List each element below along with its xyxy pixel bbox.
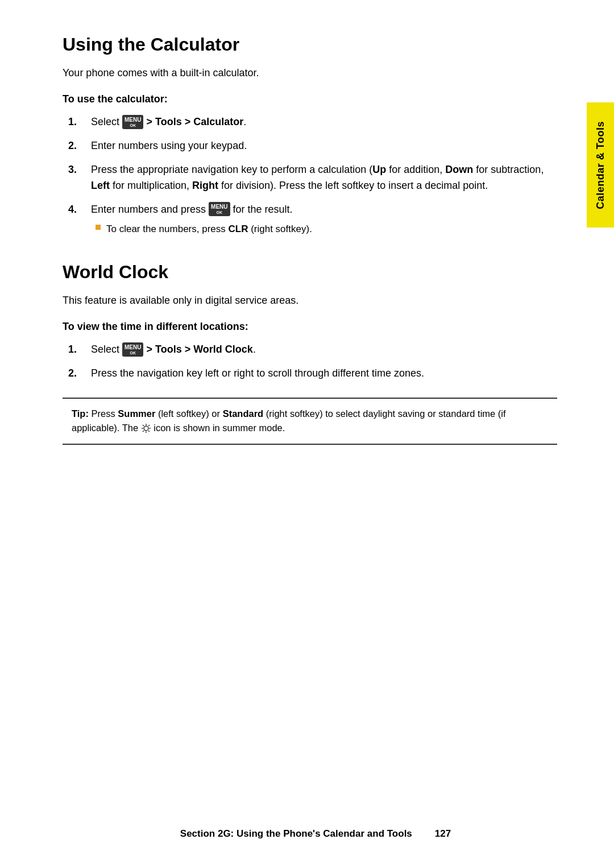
world-clock-steps-list: 1. Select MENUOK > Tools > World Clock. … xyxy=(68,342,557,382)
calculator-intro: Your phone comes with a built-in calcula… xyxy=(63,65,557,81)
main-content: Using the Calculator Your phone comes wi… xyxy=(63,34,557,445)
tip-box: Tip: Press Summer (left softkey) or Stan… xyxy=(63,398,557,445)
calculator-step-2: 2. Enter numbers using your keypad. xyxy=(68,138,557,154)
calculator-step-4: 4. Enter numbers and press MENUOK for th… xyxy=(68,202,557,245)
step-number-4: 4. xyxy=(68,202,89,218)
svg-line-7 xyxy=(148,425,150,426)
world-clock-intro: This feature is available only in digita… xyxy=(63,293,557,308)
calculator-title: Using the Calculator xyxy=(63,34,557,55)
wc-step-number-2: 2. xyxy=(68,366,89,382)
sun-icon xyxy=(141,423,151,433)
wc-step-number-1: 1. xyxy=(68,342,89,358)
step-4-content: Enter numbers and press MENUOK for the r… xyxy=(91,202,557,245)
tip-label: Tip: xyxy=(72,408,89,419)
bullet-item-1: To clear the numbers, press CLR (right s… xyxy=(96,222,557,237)
step-2-content: Enter numbers using your keypad. xyxy=(91,138,557,154)
svg-line-6 xyxy=(148,431,150,432)
menu-icon-1: MENUOK xyxy=(122,115,143,129)
step-1-content: Select MENUOK > Tools > Calculator. xyxy=(91,114,557,130)
menu-icon-2: MENUOK xyxy=(209,202,230,216)
calculator-steps-list: 1. Select MENUOK > Tools > Calculator. 2… xyxy=(68,114,557,245)
world-clock-step-2: 2. Press the navigation key left or righ… xyxy=(68,366,557,382)
world-clock-step-1: 1. Select MENUOK > Tools > World Clock. xyxy=(68,342,557,358)
svg-point-0 xyxy=(144,426,148,431)
step-4-bullets: To clear the numbers, press CLR (right s… xyxy=(96,222,557,237)
step-number-1: 1. xyxy=(68,114,89,130)
svg-line-8 xyxy=(143,431,144,432)
tip-text: Press Summer (left softkey) or Standard … xyxy=(72,408,506,433)
svg-line-5 xyxy=(143,425,144,426)
page-footer: Section 2G: Using the Phone's Calendar a… xyxy=(0,828,614,840)
step-number-2: 2. xyxy=(68,138,89,154)
footer-section-label: Section 2G: Using the Phone's Calendar a… xyxy=(180,828,412,840)
side-tab-label: Calendar & Tools xyxy=(595,121,607,209)
side-tab: Calendar & Tools xyxy=(587,102,614,228)
calculator-subsection-label: To use the calculator: xyxy=(63,93,557,105)
calculator-step-3: 3. Press the appropriate navigation key … xyxy=(68,162,557,194)
wc-step-1-content: Select MENUOK > Tools > World Clock. xyxy=(91,342,557,358)
wc-step-2-content: Press the navigation key left or right t… xyxy=(91,366,557,382)
page-container: Calendar & Tools Using the Calculator Yo… xyxy=(0,0,614,868)
calculator-step-1: 1. Select MENUOK > Tools > Calculator. xyxy=(68,114,557,130)
world-clock-title: World Clock xyxy=(63,262,557,283)
bullet-text-1: To clear the numbers, press CLR (right s… xyxy=(106,222,312,237)
menu-icon-3: MENUOK xyxy=(122,342,143,357)
tip-text-end: icon is shown in summer mode. xyxy=(154,423,285,433)
calculator-section: Using the Calculator Your phone comes wi… xyxy=(63,34,557,245)
world-clock-section: World Clock This feature is available on… xyxy=(63,262,557,445)
step-number-3: 3. xyxy=(68,162,89,178)
bullet-square-icon xyxy=(96,225,101,230)
step-3-content: Press the appropriate navigation key to … xyxy=(91,162,557,194)
footer-page-number: 127 xyxy=(435,828,451,840)
world-clock-subsection-label: To view the time in different locations: xyxy=(63,321,557,333)
